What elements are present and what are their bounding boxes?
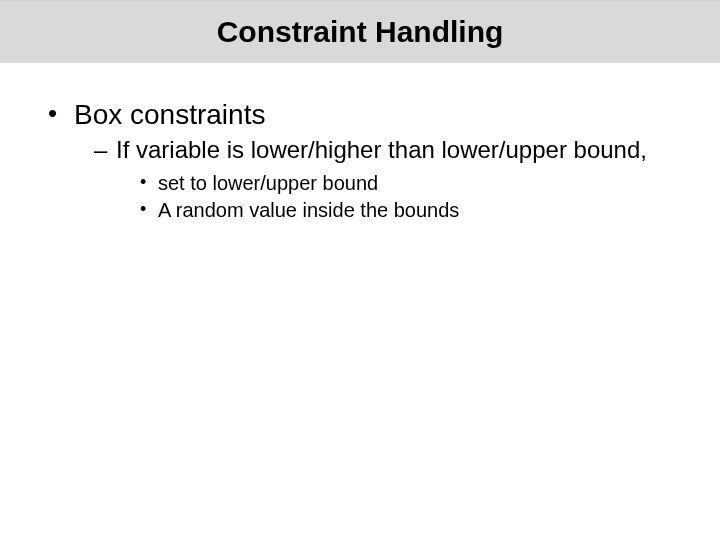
- list-item: Box constraints If variable is lower/hig…: [46, 97, 674, 223]
- bullet-text: Box constraints: [74, 99, 265, 130]
- bullet-list-level2: If variable is lower/higher than lower/u…: [74, 136, 674, 223]
- list-item: If variable is lower/higher than lower/u…: [94, 136, 674, 223]
- slide: Constraint Handling Box constraints If v…: [0, 0, 720, 540]
- slide-title: Constraint Handling: [217, 15, 504, 49]
- list-item: A random value inside the bounds: [140, 198, 674, 223]
- bullet-text: A random value inside the bounds: [158, 199, 459, 221]
- slide-body: Box constraints If variable is lower/hig…: [0, 63, 720, 223]
- bullet-list-level3: set to lower/upper bound A random value …: [116, 171, 674, 223]
- bullet-text: set to lower/upper bound: [158, 172, 378, 194]
- list-item: set to lower/upper bound: [140, 171, 674, 196]
- bullet-text: If variable is lower/higher than lower/u…: [116, 136, 647, 163]
- bullet-list-level1: Box constraints If variable is lower/hig…: [46, 97, 674, 223]
- title-bar: Constraint Handling: [0, 0, 720, 63]
